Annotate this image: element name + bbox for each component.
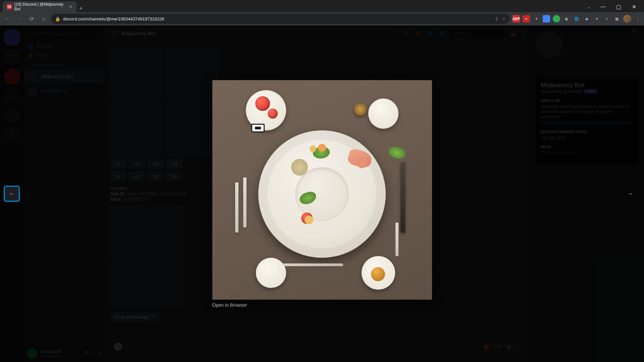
share-icon[interactable]: ⇧ [495, 16, 498, 21]
tab-title: (19) Discord | @Midjourney Bot [14, 2, 66, 11]
address-bar[interactable]: 🔒 discord.com/channels/@me/1063443749197… [51, 14, 510, 24]
forward-button[interactable]: → [15, 14, 24, 23]
extension-icon[interactable]: ◆ [583, 15, 590, 22]
minimize-button[interactable]: — [596, 1, 610, 12]
browser-tab-bar: 19 (19) Discord | @Midjourney Bot ✕ + ⌄ … [0, 0, 644, 12]
close-tab-icon[interactable]: ✕ [69, 4, 72, 9]
reading-list-icon[interactable]: ≡ [603, 15, 610, 22]
bookmark-icon[interactable]: ☆ [502, 16, 506, 21]
lightbox-image[interactable] [212, 80, 432, 300]
profile-avatar-icon[interactable] [623, 15, 631, 23]
discord-favicon: 19 [7, 4, 12, 9]
close-window-button[interactable]: ✕ [627, 1, 641, 12]
food-plate-illustration [212, 80, 432, 300]
browser-toolbar: ← → ⟳ ⌂ 🔒 discord.com/channels/@me/10634… [0, 12, 644, 25]
overlay-gadget-icon [251, 124, 265, 132]
extension-icons: ABP ● ✦ ◉ 🌐 ◆ ✦ ≡ ▣ ⋮ [513, 15, 641, 23]
prev-image-button[interactable]: ← [4, 186, 19, 201]
extension-icon[interactable]: ● [523, 15, 530, 22]
extension-icon[interactable] [553, 15, 560, 22]
image-lightbox: ← → [0, 25, 644, 362]
url-text: discord.com/channels/@me/106344374919731… [63, 16, 164, 21]
browser-tab[interactable]: 19 (19) Discord | @Midjourney Bot ✕ [3, 1, 76, 12]
extension-icon[interactable]: 🌐 [573, 15, 580, 22]
lock-icon: 🔒 [55, 16, 60, 21]
back-button[interactable]: ← [3, 14, 12, 23]
tabs-dropdown-icon[interactable]: ⌄ [587, 4, 591, 9]
adblock-extension-icon[interactable]: ABP [513, 15, 520, 22]
maximize-button[interactable]: ▢ [611, 1, 626, 12]
extensions-menu-icon[interactable]: ✦ [593, 15, 600, 22]
menu-icon[interactable]: ⋮ [634, 15, 641, 22]
next-image-button[interactable]: → [623, 186, 638, 201]
extension-icon[interactable] [543, 15, 550, 22]
home-button[interactable]: ⌂ [39, 14, 48, 23]
new-tab-button[interactable]: + [76, 5, 86, 12]
extension-icon[interactable]: ✦ [533, 15, 540, 22]
side-panel-icon[interactable]: ▣ [613, 15, 621, 22]
open-in-browser-link[interactable]: Open in Browser [212, 302, 247, 308]
extension-icon[interactable]: ◉ [563, 15, 570, 22]
reload-button[interactable]: ⟳ [27, 14, 36, 23]
